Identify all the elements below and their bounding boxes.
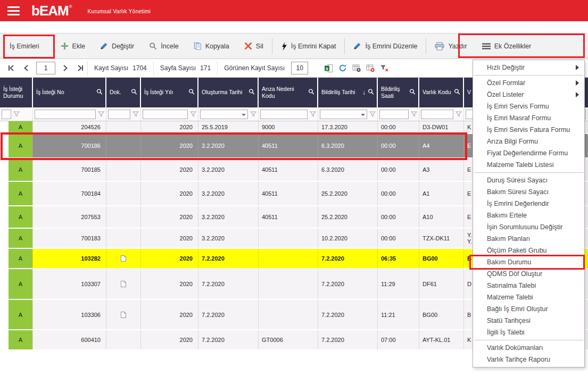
menu-item-ozel-listeler[interactable]: Özel Listeler xyxy=(473,89,584,101)
menu-item-statu-tarihcesi[interactable]: Statü Tarihçesi xyxy=(473,315,584,327)
menu-item-bakim-planlari[interactable]: Bakım Planları xyxy=(473,233,584,245)
menu-item-varlik-dokumanlari[interactable]: Varlık Dokümanları xyxy=(473,342,584,354)
menu-item-bakim-durumu[interactable]: Bakım Durumu xyxy=(473,256,584,268)
status-badge: A xyxy=(9,249,32,268)
column-header-is-istegi-yili[interactable]: İş İsteği Yılı xyxy=(141,78,198,107)
record-count-value: 1704 xyxy=(132,64,147,72)
menu-item-is-emri-servis-formu[interactable]: İş Emri Servis Formu xyxy=(473,101,584,112)
column-header-dok[interactable]: Dok. xyxy=(106,78,141,107)
toolbar-button-is-emrini-duzenle[interactable]: İş Emrini Düzenle xyxy=(346,34,425,59)
menu-item-label: Özel Listeler xyxy=(487,91,524,98)
toolbar-button-label: İncele xyxy=(161,43,178,50)
cell-ariza: 9000 xyxy=(259,121,318,133)
filter-input-is-istegi-durumu[interactable] xyxy=(2,110,11,119)
cell-ariza: 40511 xyxy=(259,134,318,157)
menu-item-satinalma-talebi[interactable]: Satınalma Talebi xyxy=(473,280,584,291)
toolbar-button-ek-ozellikler[interactable]: Ek Özellikler xyxy=(475,34,539,59)
cell-olusturma: 3.2.2020 xyxy=(198,206,259,228)
menu-item-hizli-degistir[interactable]: Hızlı Değiştir xyxy=(473,62,584,73)
menu-item-is-emrini-degerlendir[interactable]: İş Emrini Değerlendir xyxy=(473,198,584,210)
filter-input-bildirilis-saati[interactable] xyxy=(379,110,409,119)
menu-item-is-emri-masraf-formu[interactable]: İş Emri Masraf Formu xyxy=(473,112,584,124)
menu-item-fiyat-degerlendirme-formu[interactable]: Fiyat Değerlendirme Formu xyxy=(473,147,584,159)
filter-funnel-icon[interactable] xyxy=(132,111,139,117)
filter-input-dok[interactable] xyxy=(108,110,130,119)
menu-item-malzeme-talebi-listesi[interactable]: Malzeme Talebi Listesi xyxy=(473,159,584,171)
filter-funnel-icon[interactable] xyxy=(369,111,376,117)
menu-item-is-emri-servis-fatura-formu[interactable]: İş Emri Servis Fatura Formu xyxy=(473,124,584,136)
column-search-icon[interactable] xyxy=(368,88,374,96)
column-header-ariza-nedeni-kodu[interactable]: Arıza Nedeni Kodu xyxy=(259,78,318,107)
menu-item-qdms-dof-olustur[interactable]: QDMS Döf Oluştur xyxy=(473,268,584,280)
cell-ariza xyxy=(259,249,318,268)
refresh-icon[interactable] xyxy=(338,64,347,72)
column-search-icon[interactable] xyxy=(308,88,314,96)
filter-funnel-icon[interactable] xyxy=(13,111,20,117)
menu-item-olcum-paketi-grubu[interactable]: Ölçüm Paketi Grubu xyxy=(473,245,584,256)
filter-funnel-icon[interactable] xyxy=(411,111,417,117)
submenu-arrow-icon xyxy=(576,92,579,97)
menu-item-bakimi-ertele[interactable]: Bakımı Ertele xyxy=(473,210,584,221)
menu-item-ilgili-is-talebi[interactable]: İlgili İş Talebi xyxy=(473,327,584,338)
column-header-varlik-kodu[interactable]: Varlık Kodu xyxy=(419,78,464,107)
filter-funnel-icon[interactable] xyxy=(250,111,256,117)
column-search-icon[interactable] xyxy=(131,88,137,96)
last-page-button[interactable] xyxy=(73,62,87,74)
filter-input-is-istegi-no[interactable] xyxy=(35,110,96,119)
column-search-icon[interactable] xyxy=(188,88,195,96)
first-page-button[interactable] xyxy=(4,62,18,74)
menu-item-ozel-formlar[interactable]: Özel Formlar xyxy=(473,77,584,89)
prev-page-button[interactable] xyxy=(19,62,33,74)
menu-item-malzeme-talebi[interactable]: Malzeme Talebi xyxy=(473,291,584,303)
cell-is-no: 600410 xyxy=(33,330,106,349)
filter-select-bildirilis-tarihi[interactable] xyxy=(320,110,367,119)
toolbar-button-yazdir[interactable]: Yazdır xyxy=(427,34,474,59)
column-search-icon[interactable] xyxy=(96,88,103,96)
toolbar-button-ekle[interactable]: Ekle xyxy=(53,34,93,59)
record-count-label: Kayıt Sayısı xyxy=(94,64,128,72)
clear-filter-icon[interactable] xyxy=(380,64,389,72)
menu-item-ariza-bilgi-formu[interactable]: Arıza Bilgi Formu xyxy=(473,136,584,147)
column-header-is-istegi-no[interactable]: İş İsteği No xyxy=(33,78,106,107)
column-header-olusturma-tarihi[interactable]: Oluşturma Tarihi xyxy=(198,78,259,107)
menu-item-varlik-tarihce-raporu[interactable]: Varlık Tarihçe Raporu xyxy=(473,354,584,365)
cell-is-no: 700184 xyxy=(33,182,106,205)
toolbar-button-sil[interactable]: Sil xyxy=(237,34,271,59)
excel-export-icon[interactable]: X xyxy=(324,64,333,73)
filter-select-olusturma-tarihi[interactable] xyxy=(200,110,248,119)
visible-count-input[interactable] xyxy=(291,62,308,74)
filter-funnel-icon[interactable] xyxy=(310,111,316,117)
menu-item-bakim-suresi-sayaci[interactable]: Bakım Süresi Sayacı xyxy=(473,186,584,198)
current-page-input[interactable] xyxy=(36,62,55,74)
cell-bild-tarihi: 25.2.2020 xyxy=(318,206,378,228)
menu-item-bagli-is-emri-olustur[interactable]: Bağlı İş Emri Oluştur xyxy=(473,303,584,315)
module-title[interactable]: İş Emirleri xyxy=(10,43,39,50)
column-header-is-istegi-durumu[interactable]: İş İsteği Durumu xyxy=(0,78,33,107)
cell-varlik: BG00 xyxy=(419,300,464,329)
filter-input-varlik-kodu[interactable] xyxy=(421,110,453,119)
toolbar-divider xyxy=(426,38,426,54)
column-search-icon[interactable] xyxy=(454,88,460,96)
toolbar-button-kopyala[interactable]: Kopyala xyxy=(186,34,237,59)
toolbar-button-incele[interactable]: İncele xyxy=(142,34,186,59)
column-search-icon[interactable] xyxy=(409,88,416,96)
menu-item-isin-sorumlusunu-degistir[interactable]: İşin Sorumlusunu Değiştir xyxy=(473,221,584,233)
column-header-bildirilis-tarihi[interactable]: Bildiriliş Tarihi↓ xyxy=(318,78,378,107)
filter-funnel-icon[interactable] xyxy=(98,111,104,117)
filter-input-is-istegi-yili[interactable] xyxy=(143,110,188,119)
grid-clear-icon[interactable] xyxy=(366,64,375,72)
toolbar-button-degistir[interactable]: Değiştir xyxy=(93,34,142,59)
grid-settings-icon[interactable] xyxy=(352,64,361,72)
filter-cell-is-istegi-no xyxy=(33,107,106,121)
filter-cell-bildirilis-saati xyxy=(378,107,419,121)
menu-item-durus-suresi-sayaci[interactable]: Duruş Süresi Sayacı xyxy=(473,174,584,186)
filter-funnel-icon[interactable] xyxy=(456,111,462,117)
filter-funnel-icon[interactable] xyxy=(190,111,196,117)
column-header-bildirilis-saati[interactable]: Bildiriliş Saati xyxy=(378,78,419,107)
toolbar-button-is-emrini-kapat[interactable]: İş Emrini Kapat xyxy=(274,34,344,59)
filter-input-ariza-nedeni-kodu[interactable] xyxy=(260,110,308,119)
hamburger-menu-icon[interactable] xyxy=(7,6,20,15)
next-page-button[interactable] xyxy=(59,62,72,74)
column-header-label: İş İsteği No xyxy=(36,89,64,96)
column-search-icon[interactable] xyxy=(249,88,255,96)
